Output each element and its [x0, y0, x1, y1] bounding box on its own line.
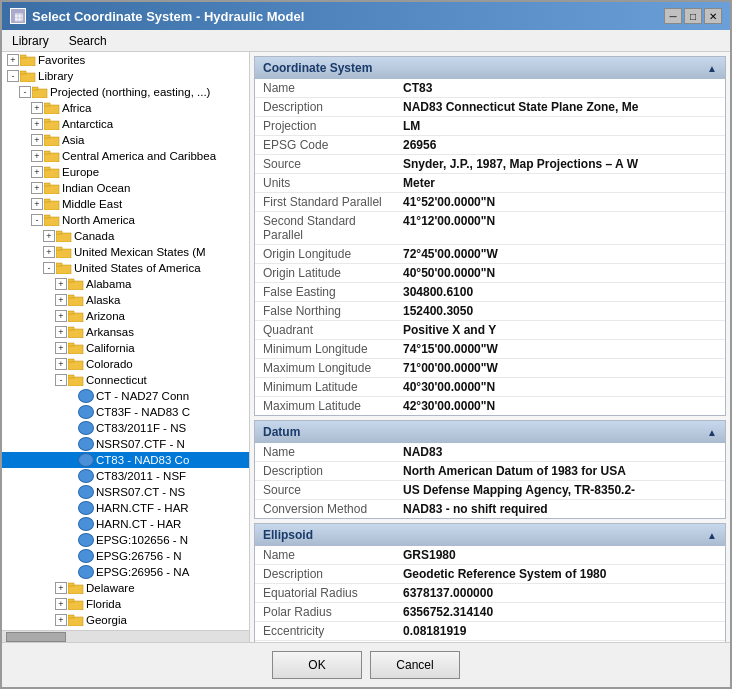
expand-georgia[interactable]: + — [55, 614, 67, 626]
expand-california[interactable]: + — [55, 342, 67, 354]
tree-item-asia[interactable]: + Asia — [2, 132, 249, 148]
cancel-button[interactable]: Cancel — [370, 651, 460, 679]
tree-item-ct83f[interactable]: CT83F - NAD83 C — [2, 404, 249, 420]
europe-label: Europe — [62, 166, 99, 178]
expand-projected[interactable]: - — [19, 86, 31, 98]
table-row: Polar Radius6356752.314140 — [255, 603, 725, 622]
tree-item-projected[interactable]: - Projected (northing, easting, ...) — [2, 84, 249, 100]
tree-item-antarctica[interactable]: + Antarctica — [2, 116, 249, 132]
tree-item-epsg-26956[interactable]: EPSG:26956 - NA — [2, 564, 249, 580]
folder-icon-alabama — [68, 278, 84, 290]
tree-item-arkansas[interactable]: + Arkansas — [2, 324, 249, 340]
expand-library[interactable]: - — [7, 70, 19, 82]
prop-label: Description — [255, 565, 395, 584]
expand-florida[interactable]: + — [55, 598, 67, 610]
expand-europe[interactable]: + — [31, 166, 43, 178]
expand-alabama[interactable]: + — [55, 278, 67, 290]
expand-central-america[interactable]: + — [31, 150, 43, 162]
tree-item-california[interactable]: + California — [2, 340, 249, 356]
folder-icon-central-america — [44, 150, 60, 162]
coordinate-system-title: Coordinate System — [263, 61, 372, 75]
datum-collapse[interactable]: ▲ — [707, 427, 717, 438]
datum-header[interactable]: Datum ▲ — [255, 421, 725, 443]
delaware-label: Delaware — [86, 582, 135, 594]
scrollbar-thumb[interactable] — [6, 632, 66, 642]
expand-middle-east[interactable]: + — [31, 198, 43, 210]
tree-item-indian-ocean[interactable]: + Indian Ocean — [2, 180, 249, 196]
menu-bar: Library Search — [2, 30, 730, 52]
folder-icon-colorado — [68, 358, 84, 370]
expand-canada[interactable]: + — [43, 230, 55, 242]
expand-indian-ocean[interactable]: + — [31, 182, 43, 194]
tree-item-epsg-102656[interactable]: EPSG:102656 - N — [2, 532, 249, 548]
minimize-button[interactable]: ─ — [664, 8, 682, 24]
expand-favorites[interactable]: + — [7, 54, 19, 66]
prop-value: 41°12'00.0000"N — [395, 212, 725, 245]
ellipsoid-header[interactable]: Ellipsoid ▲ — [255, 524, 725, 546]
ellipsoid-collapse[interactable]: ▲ — [707, 530, 717, 541]
tree-item-alabama[interactable]: + Alabama — [2, 276, 249, 292]
expand-connecticut[interactable]: - — [55, 374, 67, 386]
prop-value: 6378137.000000 — [395, 584, 725, 603]
tree-item-north-america[interactable]: - North America — [2, 212, 249, 228]
tree-item-arizona[interactable]: + Arizona — [2, 308, 249, 324]
expand-usa[interactable]: - — [43, 262, 55, 274]
svg-rect-41 — [68, 375, 74, 378]
tree-item-harn-ct[interactable]: HARN.CT - HAR — [2, 516, 249, 532]
svg-rect-28 — [68, 281, 83, 290]
tree-item-ct83-selected[interactable]: CT83 - NAD83 Co — [2, 452, 249, 468]
expand-alaska[interactable]: + — [55, 294, 67, 306]
tree-item-colorado[interactable]: + Colorado — [2, 356, 249, 372]
table-row: NameGRS1980 — [255, 546, 725, 565]
window-title: Select Coordinate System - Hydraulic Mod… — [32, 9, 658, 24]
menu-library[interactable]: Library — [6, 32, 55, 50]
svg-rect-46 — [68, 617, 83, 626]
tree-item-africa[interactable]: + Africa — [2, 100, 249, 116]
tree-view[interactable]: + Favorites - Library - Projected (north… — [2, 52, 249, 630]
tree-item-connecticut[interactable]: - Connecticut — [2, 372, 249, 388]
coordinate-system-collapse[interactable]: ▲ — [707, 63, 717, 74]
tree-item-nsrs07-ct[interactable]: NSRS07.CT - NS — [2, 484, 249, 500]
close-button[interactable]: ✕ — [704, 8, 722, 24]
folder-icon-arkansas — [68, 326, 84, 338]
expand-antarctica[interactable]: + — [31, 118, 43, 130]
tree-item-georgia[interactable]: + Georgia — [2, 612, 249, 628]
tree-item-florida[interactable]: + Florida — [2, 596, 249, 612]
tree-item-middle-east[interactable]: + Middle East — [2, 196, 249, 212]
tree-item-canada[interactable]: + Canada — [2, 228, 249, 244]
tree-item-favorites[interactable]: + Favorites — [2, 52, 249, 68]
tree-item-usa[interactable]: - United States of America — [2, 260, 249, 276]
svg-rect-30 — [68, 297, 83, 306]
tree-item-ct83-2011[interactable]: CT83/2011 - NSF — [2, 468, 249, 484]
maximize-button[interactable]: □ — [684, 8, 702, 24]
tree-item-library[interactable]: - Library — [2, 68, 249, 84]
ok-button[interactable]: OK — [272, 651, 362, 679]
folder-icon-mexico — [56, 246, 72, 258]
expand-africa[interactable]: + — [31, 102, 43, 114]
coordinate-system-section: Coordinate System ▲ NameCT83 Description… — [254, 56, 726, 416]
tree-item-delaware[interactable]: + Delaware — [2, 580, 249, 596]
tree-item-alaska[interactable]: + Alaska — [2, 292, 249, 308]
tree-item-epsg-26756[interactable]: EPSG:26756 - N — [2, 548, 249, 564]
expand-north-america[interactable]: - — [31, 214, 43, 226]
tree-item-mexico[interactable]: + United Mexican States (M — [2, 244, 249, 260]
tree-item-harn-ctf[interactable]: HARN.CTF - HAR — [2, 500, 249, 516]
tree-item-nsrs07-ctf[interactable]: NSRS07.CTF - N — [2, 436, 249, 452]
prop-value: 41°52'00.0000"N — [395, 193, 725, 212]
expand-asia[interactable]: + — [31, 134, 43, 146]
coordinate-system-header[interactable]: Coordinate System ▲ — [255, 57, 725, 79]
table-row: SourceUS Defense Mapping Agency, TR-8350… — [255, 481, 725, 500]
tree-item-ct-nad27[interactable]: CT - NAD27 Conn — [2, 388, 249, 404]
tree-item-europe[interactable]: + Europe — [2, 164, 249, 180]
expand-delaware[interactable]: + — [55, 582, 67, 594]
expand-mexico[interactable]: + — [43, 246, 55, 258]
tree-item-central-america[interactable]: + Central America and Caribbea — [2, 148, 249, 164]
expand-arizona[interactable]: + — [55, 310, 67, 322]
menu-search[interactable]: Search — [63, 32, 113, 50]
datum-body: NameNAD83 DescriptionNorth American Datu… — [255, 443, 725, 518]
horizontal-scrollbar[interactable] — [2, 630, 249, 642]
tree-item-ct83-2011f[interactable]: CT83/2011F - NS — [2, 420, 249, 436]
svg-rect-38 — [68, 361, 83, 370]
expand-arkansas[interactable]: + — [55, 326, 67, 338]
expand-colorado[interactable]: + — [55, 358, 67, 370]
